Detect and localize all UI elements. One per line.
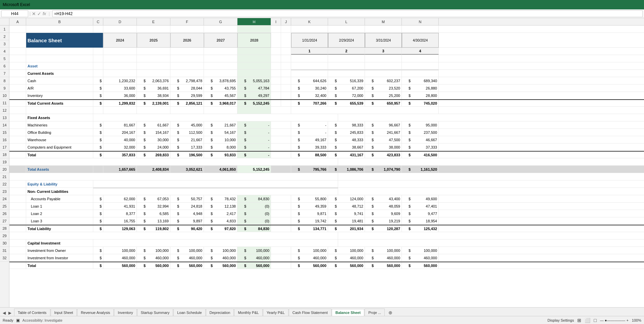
cell-G9-sym[interactable]: $ [204, 92, 214, 99]
cell-D2[interactable]: 2024 [103, 33, 137, 48]
col-D[interactable]: D [103, 18, 137, 25]
cell-I8[interactable] [271, 85, 281, 92]
cell-K17[interactable]: 88,500 [301, 152, 328, 158]
cell-H23[interactable]: 84,830 [248, 195, 271, 202]
cell-N25[interactable]: 9,477 [412, 210, 439, 217]
cell-L26-sym[interactable]: $ [328, 217, 338, 224]
cell-M30[interactable]: 100,000 [375, 247, 402, 254]
cell-G30-sym[interactable]: $ [204, 247, 214, 254]
cell-F10-sym[interactable]: $ [170, 100, 180, 106]
cell-E16[interactable]: 24,000 [147, 144, 170, 151]
cell-G26[interactable]: 4,833 [214, 217, 237, 224]
tab-scroll-right[interactable]: ▶ [7, 310, 13, 316]
cell-L14[interactable]: 245,833 [338, 129, 365, 136]
col-I[interactable]: I [271, 18, 281, 25]
cell-F23[interactable]: 50,757 [180, 195, 204, 202]
cell-N8[interactable]: 26,880 [412, 85, 439, 92]
cell-E31-sym[interactable]: $ [137, 254, 147, 261]
cell-A16[interactable] [9, 144, 26, 151]
cell-E16-sym[interactable]: $ [137, 144, 147, 151]
cell-N10-sym[interactable]: $ [402, 100, 412, 106]
cell-N19-sym[interactable]: $ [402, 166, 412, 173]
cell-IJ16[interactable] [271, 144, 291, 151]
cell-A23[interactable] [9, 195, 26, 202]
cell-E27[interactable]: 119,802 [147, 225, 170, 232]
cell-C16[interactable]: $ [93, 144, 103, 151]
cell-K15[interactable]: 49,167 [301, 136, 328, 143]
cell-reference[interactable] [1, 10, 28, 17]
cell-L9-sym[interactable]: $ [328, 92, 338, 99]
cell-K25[interactable]: 9,871 [301, 210, 328, 217]
cell-N9-sym[interactable]: $ [402, 92, 412, 99]
cell-D5[interactable] [103, 62, 137, 69]
cell-G11[interactable] [204, 107, 237, 114]
col-C[interactable]: C [93, 18, 103, 25]
cell-K19[interactable]: 795,766 [301, 166, 328, 173]
cell-C30[interactable]: $ [93, 247, 103, 254]
cell-F32-sym[interactable]: $ [170, 262, 180, 269]
cell-H25[interactable]: (0) [248, 210, 271, 217]
cell-K9[interactable]: 32,400 [301, 92, 328, 99]
cell-C25[interactable]: $ [93, 210, 103, 217]
cell-K25-sym[interactable]: $ [291, 210, 301, 217]
cell-L27[interactable]: 201,934 [338, 225, 365, 232]
cell-G17[interactable]: 93,833 [214, 152, 237, 158]
cell-N15-sym[interactable]: $ [402, 136, 412, 143]
cell-L8-sym[interactable]: $ [328, 85, 338, 92]
cell-K23-sym[interactable]: $ [291, 195, 301, 202]
cell-L1[interactable] [328, 25, 365, 33]
cell-A7[interactable] [9, 77, 26, 84]
tab-scroll-left[interactable]: ◀ [1, 310, 7, 316]
tab-depreciation[interactable]: Depreciation [206, 309, 234, 316]
cell-N13[interactable]: 95,000 [412, 121, 439, 128]
cell-F5[interactable] [170, 62, 204, 69]
cell-A8[interactable] [9, 85, 26, 92]
tab-inventory[interactable]: Inventory [114, 309, 137, 316]
cell-M19-sym[interactable]: $ [365, 166, 375, 173]
cell-L13-sym[interactable]: $ [328, 121, 338, 128]
cell-D27[interactable]: 129,063 [103, 225, 137, 232]
cell-J10[interactable] [281, 100, 291, 106]
cell-IJ31[interactable] [271, 254, 291, 261]
cell-D1[interactable] [103, 25, 137, 33]
cell-D31[interactable]: 460,000 [103, 254, 137, 261]
cell-M30-sym[interactable]: $ [365, 247, 375, 254]
cell-A2[interactable] [9, 33, 26, 48]
cell-J7[interactable] [281, 77, 291, 84]
cell-H2[interactable]: 2028 [237, 33, 271, 48]
cell-M17[interactable]: 423,833 [375, 152, 402, 158]
cell-IJ27[interactable] [271, 225, 291, 232]
function-icon[interactable]: fx [43, 11, 46, 16]
cell-D11[interactable] [103, 107, 137, 114]
cell-row28[interactable] [9, 232, 338, 239]
cell-L27-sym[interactable]: $ [328, 225, 338, 232]
col-F[interactable]: F [170, 18, 204, 25]
cell-E24[interactable]: 32,994 [147, 203, 170, 210]
cell-G3[interactable] [204, 48, 237, 55]
cell-L2[interactable]: 2/29/2024 [328, 33, 365, 48]
col-E[interactable]: E [137, 18, 170, 25]
cell-C6[interactable] [93, 70, 103, 77]
cell-F8[interactable]: 28,044 [180, 85, 204, 92]
cell-C17[interactable]: $ [93, 152, 103, 158]
cell-A10[interactable] [9, 100, 26, 106]
tab-input-sheet[interactable]: Input Sheet [51, 309, 77, 316]
cell-L9[interactable]: 72,000 [338, 92, 365, 99]
cell-M16[interactable]: 38,000 [375, 144, 402, 151]
cell-E27-sym[interactable]: $ [137, 225, 147, 232]
col-G[interactable]: G [204, 18, 237, 25]
cell-A13[interactable] [9, 121, 26, 128]
cell-D14[interactable]: 204,167 [103, 129, 137, 136]
cell-M15[interactable]: 47,500 [375, 136, 402, 143]
cell-L15-sym[interactable]: $ [328, 136, 338, 143]
tab-startup-summary[interactable]: Startup Summary [137, 309, 173, 316]
cell-E19[interactable]: 2,408,834 [137, 166, 170, 173]
cell-A25[interactable] [9, 210, 26, 217]
cell-L17-sym[interactable]: $ [328, 152, 338, 158]
cell-M9[interactable]: 25,200 [375, 92, 402, 99]
cell-H17-sym[interactable]: $ [237, 152, 248, 158]
cell-G31-sym[interactable]: $ [204, 254, 214, 261]
cell-E9[interactable]: 38,934 [147, 92, 170, 99]
cell-J8[interactable] [281, 85, 291, 92]
cell-E5[interactable] [137, 62, 170, 69]
